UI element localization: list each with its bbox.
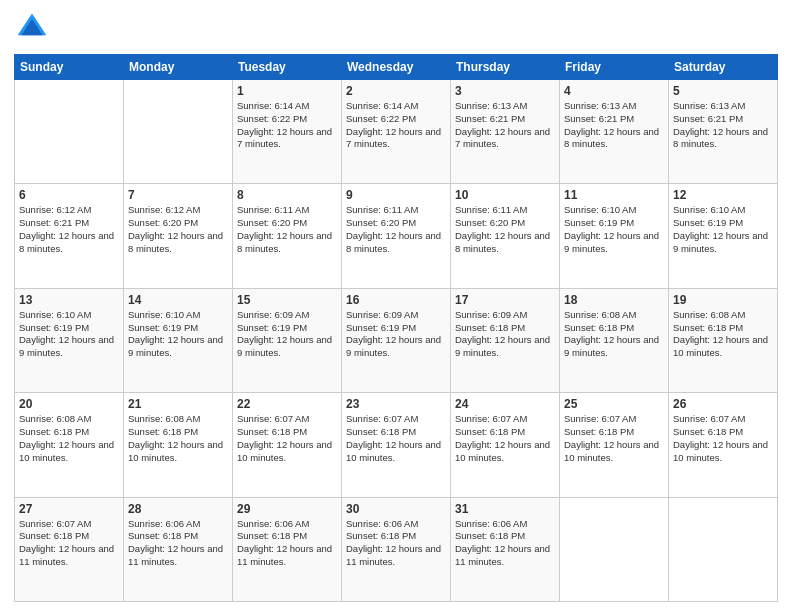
- week-row-2: 6Sunrise: 6:12 AM Sunset: 6:21 PM Daylig…: [15, 184, 778, 288]
- week-row-5: 27Sunrise: 6:07 AM Sunset: 6:18 PM Dayli…: [15, 497, 778, 601]
- day-info: Sunrise: 6:07 AM Sunset: 6:18 PM Dayligh…: [564, 413, 664, 464]
- day-cell: 8Sunrise: 6:11 AM Sunset: 6:20 PM Daylig…: [233, 184, 342, 288]
- day-cell: 3Sunrise: 6:13 AM Sunset: 6:21 PM Daylig…: [451, 80, 560, 184]
- day-cell: 27Sunrise: 6:07 AM Sunset: 6:18 PM Dayli…: [15, 497, 124, 601]
- day-cell: 12Sunrise: 6:10 AM Sunset: 6:19 PM Dayli…: [669, 184, 778, 288]
- weekday-wednesday: Wednesday: [342, 55, 451, 80]
- day-info: Sunrise: 6:06 AM Sunset: 6:18 PM Dayligh…: [455, 518, 555, 569]
- day-cell: 4Sunrise: 6:13 AM Sunset: 6:21 PM Daylig…: [560, 80, 669, 184]
- weekday-friday: Friday: [560, 55, 669, 80]
- day-cell: 9Sunrise: 6:11 AM Sunset: 6:20 PM Daylig…: [342, 184, 451, 288]
- day-cell: 16Sunrise: 6:09 AM Sunset: 6:19 PM Dayli…: [342, 288, 451, 392]
- day-number: 14: [128, 293, 228, 307]
- day-number: 15: [237, 293, 337, 307]
- day-info: Sunrise: 6:12 AM Sunset: 6:21 PM Dayligh…: [19, 204, 119, 255]
- day-number: 5: [673, 84, 773, 98]
- day-number: 21: [128, 397, 228, 411]
- day-cell: 29Sunrise: 6:06 AM Sunset: 6:18 PM Dayli…: [233, 497, 342, 601]
- day-cell: 1Sunrise: 6:14 AM Sunset: 6:22 PM Daylig…: [233, 80, 342, 184]
- day-cell: 26Sunrise: 6:07 AM Sunset: 6:18 PM Dayli…: [669, 393, 778, 497]
- day-number: 28: [128, 502, 228, 516]
- day-cell: 10Sunrise: 6:11 AM Sunset: 6:20 PM Dayli…: [451, 184, 560, 288]
- day-info: Sunrise: 6:06 AM Sunset: 6:18 PM Dayligh…: [128, 518, 228, 569]
- day-info: Sunrise: 6:11 AM Sunset: 6:20 PM Dayligh…: [455, 204, 555, 255]
- day-info: Sunrise: 6:09 AM Sunset: 6:18 PM Dayligh…: [455, 309, 555, 360]
- day-number: 31: [455, 502, 555, 516]
- day-info: Sunrise: 6:10 AM Sunset: 6:19 PM Dayligh…: [564, 204, 664, 255]
- day-cell: 28Sunrise: 6:06 AM Sunset: 6:18 PM Dayli…: [124, 497, 233, 601]
- day-info: Sunrise: 6:06 AM Sunset: 6:18 PM Dayligh…: [237, 518, 337, 569]
- day-info: Sunrise: 6:10 AM Sunset: 6:19 PM Dayligh…: [19, 309, 119, 360]
- day-number: 6: [19, 188, 119, 202]
- day-info: Sunrise: 6:08 AM Sunset: 6:18 PM Dayligh…: [128, 413, 228, 464]
- week-row-1: 1Sunrise: 6:14 AM Sunset: 6:22 PM Daylig…: [15, 80, 778, 184]
- day-number: 17: [455, 293, 555, 307]
- day-cell: 21Sunrise: 6:08 AM Sunset: 6:18 PM Dayli…: [124, 393, 233, 497]
- day-info: Sunrise: 6:14 AM Sunset: 6:22 PM Dayligh…: [237, 100, 337, 151]
- day-info: Sunrise: 6:07 AM Sunset: 6:18 PM Dayligh…: [455, 413, 555, 464]
- day-info: Sunrise: 6:10 AM Sunset: 6:19 PM Dayligh…: [128, 309, 228, 360]
- day-cell: 25Sunrise: 6:07 AM Sunset: 6:18 PM Dayli…: [560, 393, 669, 497]
- weekday-thursday: Thursday: [451, 55, 560, 80]
- day-cell: [560, 497, 669, 601]
- weekday-header-row: SundayMondayTuesdayWednesdayThursdayFrid…: [15, 55, 778, 80]
- day-info: Sunrise: 6:07 AM Sunset: 6:18 PM Dayligh…: [346, 413, 446, 464]
- day-cell: 5Sunrise: 6:13 AM Sunset: 6:21 PM Daylig…: [669, 80, 778, 184]
- day-cell: 19Sunrise: 6:08 AM Sunset: 6:18 PM Dayli…: [669, 288, 778, 392]
- day-number: 1: [237, 84, 337, 98]
- day-info: Sunrise: 6:09 AM Sunset: 6:19 PM Dayligh…: [237, 309, 337, 360]
- day-cell: 31Sunrise: 6:06 AM Sunset: 6:18 PM Dayli…: [451, 497, 560, 601]
- day-number: 7: [128, 188, 228, 202]
- week-row-3: 13Sunrise: 6:10 AM Sunset: 6:19 PM Dayli…: [15, 288, 778, 392]
- day-number: 9: [346, 188, 446, 202]
- day-cell: 14Sunrise: 6:10 AM Sunset: 6:19 PM Dayli…: [124, 288, 233, 392]
- day-info: Sunrise: 6:07 AM Sunset: 6:18 PM Dayligh…: [19, 518, 119, 569]
- day-info: Sunrise: 6:07 AM Sunset: 6:18 PM Dayligh…: [237, 413, 337, 464]
- day-info: Sunrise: 6:11 AM Sunset: 6:20 PM Dayligh…: [237, 204, 337, 255]
- day-number: 27: [19, 502, 119, 516]
- day-number: 24: [455, 397, 555, 411]
- day-cell: 7Sunrise: 6:12 AM Sunset: 6:20 PM Daylig…: [124, 184, 233, 288]
- day-cell: 24Sunrise: 6:07 AM Sunset: 6:18 PM Dayli…: [451, 393, 560, 497]
- day-number: 23: [346, 397, 446, 411]
- day-number: 20: [19, 397, 119, 411]
- day-cell: 22Sunrise: 6:07 AM Sunset: 6:18 PM Dayli…: [233, 393, 342, 497]
- day-number: 26: [673, 397, 773, 411]
- weekday-monday: Monday: [124, 55, 233, 80]
- day-number: 11: [564, 188, 664, 202]
- day-cell: 20Sunrise: 6:08 AM Sunset: 6:18 PM Dayli…: [15, 393, 124, 497]
- day-number: 3: [455, 84, 555, 98]
- day-number: 12: [673, 188, 773, 202]
- weekday-sunday: Sunday: [15, 55, 124, 80]
- day-cell: 17Sunrise: 6:09 AM Sunset: 6:18 PM Dayli…: [451, 288, 560, 392]
- day-cell: [124, 80, 233, 184]
- logo: [14, 10, 52, 46]
- day-number: 30: [346, 502, 446, 516]
- day-info: Sunrise: 6:06 AM Sunset: 6:18 PM Dayligh…: [346, 518, 446, 569]
- day-number: 16: [346, 293, 446, 307]
- day-info: Sunrise: 6:09 AM Sunset: 6:19 PM Dayligh…: [346, 309, 446, 360]
- day-cell: [669, 497, 778, 601]
- day-cell: 13Sunrise: 6:10 AM Sunset: 6:19 PM Dayli…: [15, 288, 124, 392]
- weekday-saturday: Saturday: [669, 55, 778, 80]
- day-cell: 2Sunrise: 6:14 AM Sunset: 6:22 PM Daylig…: [342, 80, 451, 184]
- day-number: 29: [237, 502, 337, 516]
- day-info: Sunrise: 6:07 AM Sunset: 6:18 PM Dayligh…: [673, 413, 773, 464]
- day-info: Sunrise: 6:11 AM Sunset: 6:20 PM Dayligh…: [346, 204, 446, 255]
- day-info: Sunrise: 6:12 AM Sunset: 6:20 PM Dayligh…: [128, 204, 228, 255]
- week-row-4: 20Sunrise: 6:08 AM Sunset: 6:18 PM Dayli…: [15, 393, 778, 497]
- day-info: Sunrise: 6:08 AM Sunset: 6:18 PM Dayligh…: [564, 309, 664, 360]
- day-cell: 6Sunrise: 6:12 AM Sunset: 6:21 PM Daylig…: [15, 184, 124, 288]
- day-number: 19: [673, 293, 773, 307]
- day-cell: 30Sunrise: 6:06 AM Sunset: 6:18 PM Dayli…: [342, 497, 451, 601]
- day-info: Sunrise: 6:14 AM Sunset: 6:22 PM Dayligh…: [346, 100, 446, 151]
- day-info: Sunrise: 6:13 AM Sunset: 6:21 PM Dayligh…: [673, 100, 773, 151]
- header: [14, 10, 778, 46]
- day-number: 13: [19, 293, 119, 307]
- logo-icon: [14, 10, 50, 46]
- page: SundayMondayTuesdayWednesdayThursdayFrid…: [0, 0, 792, 612]
- day-cell: [15, 80, 124, 184]
- day-cell: 23Sunrise: 6:07 AM Sunset: 6:18 PM Dayli…: [342, 393, 451, 497]
- day-info: Sunrise: 6:08 AM Sunset: 6:18 PM Dayligh…: [673, 309, 773, 360]
- day-number: 2: [346, 84, 446, 98]
